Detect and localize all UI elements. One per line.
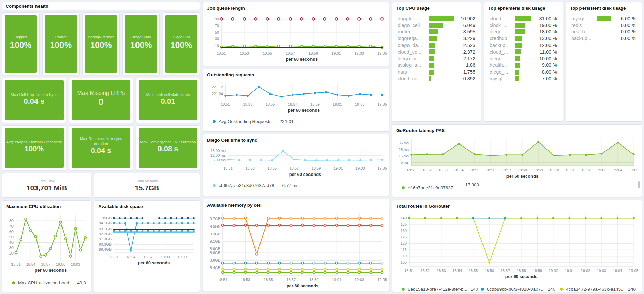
- usage-panels-row: Top CPU usage doppler 10.902 diego_cell …: [392, 2, 642, 122]
- panel-title: GoRouter latency PAS: [395, 127, 639, 135]
- outstanding-requests-chart[interactable]: 221.04221.1218:5118:5318:5518:5718:5919:…: [206, 79, 387, 114]
- usage-name: clock_...: [490, 23, 515, 28]
- health-tile[interactable]: Backup-Restore 100%: [82, 12, 120, 75]
- svg-text:18:53: 18:53: [437, 269, 446, 273]
- usage-bar: [515, 56, 520, 61]
- legend-scrollbar[interactable]: [638, 181, 640, 188]
- health-tile[interactable]: Max Router emitter sync duration 0.04 s: [69, 125, 133, 170]
- top-persistent-list: mysql 6.00 % redis 0.00 % health... 0.00…: [569, 12, 639, 42]
- stat-value: 15.7GB: [135, 184, 159, 192]
- svg-text:18:51: 18:51: [221, 102, 230, 106]
- svg-text:18:59: 18:59: [312, 166, 321, 170]
- svg-text:19:03: 19:03: [355, 278, 364, 282]
- svg-text:19:05: 19:05: [377, 51, 387, 55]
- usage-name: cloud_...: [490, 49, 515, 55]
- health-tile[interactable]: Max Cell Rep Time to Sync 0.04 s: [2, 78, 66, 123]
- svg-text:19:04: 19:04: [613, 269, 622, 273]
- usage-bar: [515, 23, 525, 28]
- tile-value: 100%: [50, 40, 72, 50]
- health-tile[interactable]: Router 100%: [42, 12, 80, 75]
- svg-text:per 60 seconds: per 60 seconds: [505, 274, 538, 279]
- usage-bar: [429, 70, 434, 75]
- stat-value: 103,701 MiB: [26, 184, 67, 192]
- usage-row: backup... 0.00 %: [571, 35, 636, 42]
- svg-text:19:03: 19:03: [71, 262, 80, 266]
- legend-label: cf-6b7aee31c8d07637...: [408, 185, 457, 190]
- svg-text:per 60 seconds: per 60 seconds: [286, 57, 318, 62]
- legend-item[interactable]: Avg Oustanding Requests 221.01: [213, 119, 294, 124]
- tile-value: 100%: [171, 40, 192, 50]
- diego-sync-chart[interactable]: 6.00 ms12.00 ms18.00 ms18:5118:5318:5518…: [206, 144, 387, 178]
- usage-value: 13.00 %: [539, 36, 557, 41]
- total-routes-chart[interactable]: 10511011512012513013514018:5118:5218:531…: [395, 210, 639, 282]
- usage-bar: [429, 43, 435, 48]
- health-tile[interactable]: Diego Brain 100%: [122, 12, 160, 75]
- usage-name: backup...: [490, 43, 515, 48]
- svg-text:18:55: 18:55: [263, 51, 272, 55]
- legend-item[interactable]: cf-6b7aee31c8d07637ad78 6.77 ms: [213, 183, 298, 188]
- svg-text:30: 30: [215, 37, 219, 41]
- usage-row: redis 0.00 %: [571, 22, 636, 29]
- usage-bar: [597, 16, 611, 21]
- usage-name: diego_br...: [398, 56, 429, 61]
- avail-disk-chart[interactable]: 95GB94.1GB93.1GB92.2GB91.3GB90.3GB89.4GB…: [97, 211, 198, 267]
- avail-memory-chart[interactable]: 9.7GB9.5GB9.3GB9.1GB8.9GB8.8GB8.6GB8.4GB…: [206, 209, 387, 291]
- usage-row: diego_... 10.00 %: [490, 55, 557, 62]
- usage-row: cloud_... 11.00 %: [490, 49, 557, 55]
- svg-text:8.8GB: 8.8GB: [210, 251, 220, 255]
- legend-item[interactable]: 4cba3472-979a-463c-a145... 140: [560, 287, 639, 292]
- svg-text:19:02: 19:02: [581, 168, 591, 172]
- svg-text:130: 130: [401, 229, 407, 233]
- svg-text:18:56: 18:56: [486, 168, 495, 172]
- health-tile-surface: Max Cell Rep Time to Sync 0.04 s: [5, 80, 64, 120]
- svg-text:50: 50: [215, 30, 219, 34]
- legend-item[interactable]: 6cdb89bb-b6f3-4810-8a07... 140: [481, 287, 560, 292]
- legend-value: 140: [628, 287, 636, 292]
- usage-bar: [429, 76, 431, 81]
- svg-text:18:55: 18:55: [268, 166, 277, 170]
- legend-item[interactable]: Max CPU utilization Load 49.8: [12, 280, 86, 285]
- svg-text:per 60 seconds: per 60 seconds: [35, 268, 67, 273]
- svg-text:18:58: 18:58: [518, 168, 527, 172]
- tile-label: Router: [50, 35, 72, 40]
- svg-text:30: 30: [9, 246, 14, 250]
- svg-text:19:00: 19:00: [56, 262, 66, 266]
- legend-item[interactable]: cf-6b7aee31c8d07637... 17.383: [402, 185, 479, 190]
- legend-label: Max CPU utilization Load: [18, 280, 69, 285]
- health-tile[interactable]: Diego Cell 100%: [163, 12, 200, 75]
- svg-text:19:02: 19:02: [581, 269, 590, 273]
- usage-row: router 3.595: [398, 29, 475, 35]
- usage-row: cloud_co... 0.892: [398, 75, 475, 82]
- svg-text:18:57: 18:57: [287, 278, 296, 282]
- health-tile-surface: Diego Cell 100%: [165, 15, 197, 73]
- components-health-header: Components health: [2, 2, 200, 10]
- svg-text:18:52: 18:52: [421, 269, 430, 273]
- gorouter-latency-chart[interactable]: 5 ms15 ms25 ms35 ms18:5118:5218:5318:541…: [395, 135, 639, 181]
- health-tile[interactable]: Avg 'cf-apps' Domain Freshness 100%: [2, 125, 66, 170]
- svg-text:92.2GB: 92.2GB: [99, 232, 112, 236]
- svg-text:18:59: 18:59: [310, 102, 320, 106]
- usage-name: cloud_co...: [398, 76, 429, 81]
- job-queue-chart[interactable]: 103050709018:5118:5318:5518:5718:5919:01…: [206, 12, 387, 63]
- health-tile[interactable]: Max Missing LRPs 0: [69, 78, 133, 123]
- svg-text:18:57: 18:57: [41, 262, 51, 266]
- svg-text:18:57: 18:57: [290, 166, 299, 170]
- svg-text:19:01: 19:01: [333, 166, 343, 170]
- usage-value: 19.00 %: [539, 23, 557, 28]
- top-cpu-panel: Top CPU usage doppler 10.902 diego_cell …: [392, 2, 481, 122]
- max-cpu-chart[interactable]: 2030405060708018:5118:5418:5719:0019:03p…: [5, 211, 89, 275]
- svg-text:20: 20: [9, 251, 14, 255]
- legend-label: Avg Oustanding Requests: [219, 119, 272, 124]
- svg-text:221.12: 221.12: [212, 85, 223, 89]
- legend-item[interactable]: 6ed15a13-bfa7-412a-8fef-b... 140: [402, 287, 481, 292]
- svg-text:18:57: 18:57: [143, 255, 153, 259]
- health-tile[interactable]: Max Convergence LRP Duration 0.08 s: [136, 125, 200, 170]
- svg-text:6.00 ms: 6.00 ms: [213, 158, 226, 162]
- svg-text:94.1GB: 94.1GB: [99, 221, 112, 225]
- svg-text:5 ms: 5 ms: [401, 160, 409, 164]
- tile-label: Backup-Restore: [88, 35, 115, 40]
- svg-text:18:58: 18:58: [517, 269, 526, 273]
- health-tile[interactable]: Max fetch cell state times 0.01: [136, 78, 200, 123]
- health-tile[interactable]: Doppler 100%: [2, 12, 40, 75]
- usage-row: diego_br... 2.172: [398, 55, 475, 62]
